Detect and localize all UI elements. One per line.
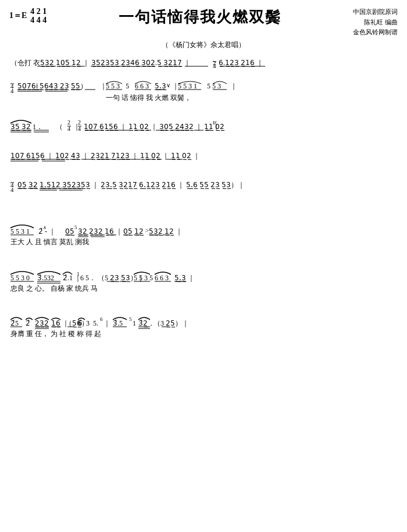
row5-timesig2: 4 bbox=[10, 186, 14, 193]
row2-notation: 5̲0̲7̲6̲i̲ 5̲6̲4̲3̲ 2̲3̲ 5̲5̲） bbox=[17, 82, 87, 90]
row1-end: 6̲.1̲2̲3̲ 2̲1̲6̲ ｜ bbox=[219, 59, 263, 67]
page-container: 1＝E 4 2 1 4 4 4 一句话恼得我火燃双鬓 中国京剧院原词 陈礼旺 编… bbox=[6, 5, 401, 532]
row8-bar: ｜ bbox=[103, 319, 110, 327]
lyrics-row6: 王大 人 且 慎言 莫乱 测我 bbox=[10, 238, 89, 246]
row4-notes: 1̲0̲7̲ 6̲1̲5̲6̲ ｜ 1̲0̲2̲ 4̲3̲ ｜ 2̲3̲2̲1̲… bbox=[10, 152, 200, 160]
row7-super2: 1 bbox=[77, 271, 80, 277]
row6-mel6: 5̲3̲2̲ 1̲2̲ ｜ bbox=[149, 227, 183, 235]
row7-mel1: 5 5 3 0 bbox=[10, 274, 30, 282]
row6-mel5: 0̲5̲ 1̲2̲ bbox=[123, 227, 144, 235]
row8-paren3: （3 2̲5̲）｜ bbox=[153, 319, 189, 327]
credits-line1: 中国京剧院原词 bbox=[353, 7, 398, 17]
row8-mel1: 2̂5 bbox=[10, 319, 19, 327]
score-svg: （仓打 衣5̲3̲2̲ 1̲0̲5̲ 1̲2̲ ｜ 3̲5̲2̲3̲5̲3̲ 2… bbox=[9, 53, 407, 530]
row3-time1: 2 bbox=[67, 119, 70, 126]
time-signature: 4 2 1 4 4 4 bbox=[30, 7, 47, 25]
row2-mel5: 5 5 3 1 bbox=[178, 82, 197, 90]
row8-mel7: 5. bbox=[93, 319, 98, 327]
credits-line3: 金色风铃网制谱 bbox=[353, 27, 398, 38]
row7-mel2: 3̂.532 bbox=[37, 274, 54, 282]
row6-mel2: 2̂ - ｜ bbox=[38, 227, 56, 235]
row8-mel9: 1 bbox=[133, 319, 136, 327]
row6-mel1: 5 5 3 1 bbox=[10, 227, 30, 235]
row3-start: 3̲5̲ 3̲2̲ 1． bbox=[10, 123, 43, 131]
main-title: 一句话恼得我火燃双鬓 bbox=[47, 7, 353, 27]
lyrics-row2: 一句 话 恼得 我 火燃 双鬓， bbox=[106, 94, 191, 102]
row3-end: ｜ bbox=[213, 123, 220, 131]
credits-line2: 陈礼旺 编曲 bbox=[353, 17, 398, 28]
row6-mel3: 0̲5̲ bbox=[65, 227, 75, 235]
row1-notation: （仓打 衣5̲3̲2̲ 1̲0̲5̲ 1̲2̲ ｜ 3̲5̲2̲3̲5̲3̲ 2… bbox=[10, 59, 191, 67]
credits: 中国京剧院原词 陈礼旺 编曲 金色风铃网制谱 bbox=[353, 7, 398, 38]
row3-rest: （ bbox=[56, 123, 63, 131]
row3-notes1: 1̲0̲7̲ 6̲1̲5̲6̲ ｜ 1̲1̲ 0̲2̲ ｜ 3̲0̲5̲ 2̲4… bbox=[84, 123, 225, 131]
row8-mel3: 2̲3̲2̲ bbox=[35, 319, 49, 327]
row8-mel2: 2̂ bbox=[26, 319, 30, 327]
key-signature: 1＝E bbox=[9, 10, 27, 21]
row8-super4: 5 bbox=[129, 316, 132, 322]
row2-mel4: 5̲.̲3̲ bbox=[155, 82, 167, 90]
row5-notes: 0̲5̲ 3̲2̲ 1̲.̲5̲1̲2̲ 3̲5̲2̲3̲5̲3̲ ｜ 2̲3̲… bbox=[17, 181, 245, 189]
row2-mel2: 5 bbox=[126, 82, 129, 90]
lyrics-row8: 身膺 重 任， 为 社 稷 称 得 起 bbox=[10, 330, 101, 338]
row2-mel3: 6 6 3 bbox=[135, 82, 149, 90]
repeat-mark: ∨ bbox=[166, 82, 170, 88]
row3-time2: 4 bbox=[67, 126, 70, 132]
header: 1＝E 4 2 1 4 4 4 一句话恼得我火燃双鬓 中国京剧院原词 陈礼旺 编… bbox=[9, 7, 398, 38]
row2-mel1: 5 5 3 bbox=[106, 82, 120, 90]
row8-mel10: 3̂2̲． bbox=[138, 319, 155, 327]
row6-super1: 5 bbox=[74, 224, 77, 230]
barline4: ｜ bbox=[230, 82, 237, 90]
row7-mel7: 5̲.̲3̲ ｜ bbox=[174, 274, 195, 282]
row6-mel4: 3̲2̲ 2̲3̲2̲ 1̲6̲ ｜ bbox=[78, 227, 123, 235]
row8-super3: 6 bbox=[100, 316, 103, 322]
row8-mel6: 3 bbox=[86, 319, 90, 327]
row8-paren2: （5̲6̲） bbox=[65, 319, 88, 327]
row3-time3: 2 bbox=[78, 119, 81, 126]
header-left: 1＝E 4 2 1 4 4 4 bbox=[9, 7, 47, 25]
row2-timesig2: 4 bbox=[10, 87, 14, 94]
row7-mel6: 6 6 3 bbox=[155, 274, 169, 282]
subtitle: （《杨门女将》佘太君唱） bbox=[9, 40, 398, 50]
row8-mel5: 6̂ bbox=[78, 319, 83, 327]
lyrics-row7: 忠良 之 心。 自杨 家 统兵 马 bbox=[10, 284, 98, 292]
row6-hat1: ∧ bbox=[43, 225, 47, 230]
row1-time2: 4 bbox=[213, 62, 216, 69]
row7-mel4: 6 5． bbox=[80, 274, 96, 282]
row7-mel5: 5 5 3 5 bbox=[134, 274, 153, 282]
row3-time4: 4 bbox=[78, 126, 81, 132]
row8-mel8: 3̂.5 bbox=[113, 319, 123, 327]
